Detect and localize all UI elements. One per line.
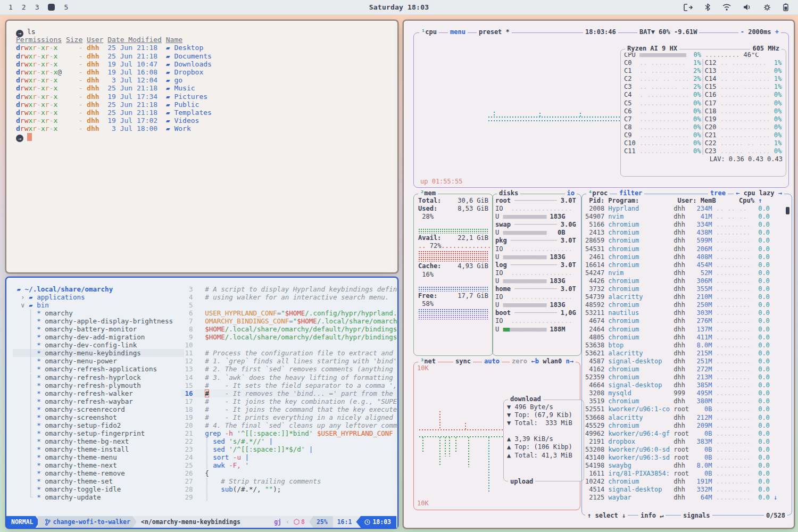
mem-used: Used:8,53 GiB	[418, 205, 488, 213]
tree-item[interactable]: │ * omarchy-toggle-idle	[13, 485, 184, 493]
tree-item[interactable]: │ * omarchy-dev-config-link	[13, 341, 184, 349]
volume-icon[interactable]	[743, 4, 751, 11]
terminal-prompt-line-2[interactable]: →	[16, 133, 397, 141]
process-row[interactable]: 28659 chromium dhh 599M ......... 0.0	[585, 237, 788, 245]
process-row[interactable]: 54907 nvim dhh 41M .. .. .. 0.0	[585, 213, 788, 221]
process-row[interactable]: 4162 chromium dhh 272M ......... 0.0	[585, 365, 788, 373]
process-row[interactable]: 4426 chromium dhh 306M ......... 0.0	[585, 277, 788, 285]
process-row[interactable]: 53208 kworker/u96:0-sd root 0B .........…	[585, 446, 788, 454]
process-row[interactable]: 54247 nvim dhh 52M ......... 0.0	[585, 269, 788, 277]
tree-item[interactable]: │ * omarchy-refresh-walker	[13, 389, 184, 397]
process-row[interactable]: 3732 chromium dhh 355M ......... 0.0	[585, 285, 788, 293]
cpu-frequency: 605 MHz	[750, 45, 782, 53]
proc-info-hint[interactable]: info ↵	[638, 512, 666, 520]
tree-item[interactable]: │ * omarchy-theme-set	[13, 477, 184, 485]
code-line: 18 # - It joins the command that the key…	[181, 405, 397, 413]
process-row[interactable]: 10242 chromium dhh 191M ......... 0.0	[585, 478, 788, 486]
process-row[interactable]: 53621 alacritty dhh 215M ......... 0.0	[585, 350, 788, 358]
process-row[interactable]: 54739 alacritty dhh 210M ......... 0.0	[585, 293, 788, 301]
process-row[interactable]: 16614 chromium dhh 454M ......... 0.0	[585, 261, 788, 269]
process-row[interactable]: 52359 chromium dhh 213M ......... 0.0	[585, 373, 788, 381]
menu-button[interactable]: menu	[448, 28, 468, 36]
net-upload-spike	[445, 437, 446, 456]
tab-cpu[interactable]: ¹cpu	[419, 28, 439, 36]
tree-item[interactable]: │ * omarchy-refresh-waybar	[13, 397, 184, 405]
terminal-window[interactable]: →ls Permissions Size User Date Modified …	[5, 20, 398, 273]
process-row[interactable]: 3519 chromium dhh 380M ......... 0.0	[585, 397, 788, 405]
net-upload-spike	[422, 437, 423, 452]
tree-item[interactable]: │ * omarchy-menu-keybindings	[13, 349, 184, 357]
tree-item[interactable]: │ * omarchy-refresh-applications	[13, 365, 184, 373]
process-row[interactable]: 45529 chromium dhh 209M ......... 0.0	[585, 422, 788, 430]
process-row[interactable]: 43140 kworker/u96:3-sd root 0B .........…	[585, 454, 788, 462]
btop-window[interactable]: ¹cpu menu preset * 18:03:46 BAT▼ 60% -9.…	[403, 20, 795, 529]
process-row[interactable]: 48592 chromium dhh 250M ......... 0.0	[585, 301, 788, 309]
col-user: User	[87, 36, 103, 44]
tree-item[interactable]: │ * omarchy-theme-next	[13, 461, 184, 469]
bluetooth-icon[interactable]	[705, 3, 710, 11]
proc-select-hint[interactable]: ↑ select ↓	[585, 512, 628, 520]
tree-item[interactable]: ∨ ▰ bin	[13, 301, 184, 309]
proc-scrollbar[interactable]	[786, 207, 789, 214]
process-row[interactable]: 2461 chromium dhh 408M ......... 0.0	[585, 253, 788, 261]
tree-item[interactable]: │ * omarchy-screenrecord	[13, 405, 184, 413]
tree-item[interactable]: │ * omarchy-theme-install	[13, 445, 184, 453]
process-row[interactable]: 4674 chromium dhh 276M ......... 0.0	[585, 317, 788, 325]
cpu-graph-tick	[580, 113, 581, 117]
process-row[interactable]: 4514 signal-desktop dhh 332M ......... 0…	[585, 486, 788, 494]
update-interval[interactable]: - 2000ms +	[738, 28, 781, 36]
top-bar: 1 2 3 5 Saturday 18:03	[0, 0, 798, 15]
tree-item[interactable]: │ * omarchy-dev-add-migration	[13, 333, 184, 341]
editor-window[interactable]: ▰ ~/.local/share/omarchy › ▰ application…	[5, 277, 398, 529]
process-row[interactable]: 2464 chromium dhh 137M ......... 0.0	[585, 326, 788, 334]
process-row[interactable]: 4664 signal-desktop dhh 385M ......... 0…	[585, 381, 788, 389]
process-row[interactable]: 54198 swaybg dhh 8.0M ......... 0.0	[585, 462, 788, 470]
tree-item[interactable]: │ * omarchy-apple-display-brightness	[13, 317, 184, 325]
process-row[interactable]: 53638 btop dhh 8.0M ......... 0.0	[585, 342, 788, 350]
process-row[interactable]: 2008 Hyprland dhh 234M .. .. .. 0.0	[585, 205, 788, 213]
gear-icon[interactable]	[763, 4, 771, 11]
cpu-core-row: C4 . ........... 0%│C16 ............. 0%	[624, 91, 783, 99]
net-panel: ³net sync auto zero ←b wlan0 n→ 10K 10K …	[413, 362, 580, 510]
process-row[interactable]: 54531 chromium dhh 206M ......... 0.0	[585, 245, 788, 253]
proc-signals-hint[interactable]: signals	[681, 512, 712, 520]
process-row[interactable]: 52551 kworker/u96:1-co root 0B .........…	[585, 405, 788, 413]
tree-item[interactable]: │ * omarchy	[13, 309, 184, 317]
process-row[interactable]: 53668 alacritty dhh 212M ......... 0.0	[585, 414, 788, 422]
logout-icon[interactable]	[684, 4, 693, 11]
load-average: LAV: 0.36 0.43 0.43	[624, 155, 783, 163]
preset-button[interactable]: preset *	[477, 28, 512, 36]
net-scale-top: 10K	[417, 364, 429, 372]
wifi-icon[interactable]	[722, 4, 731, 11]
tree-item[interactable]: │ * omarchy-refresh-hyprlock	[13, 373, 184, 381]
battery-status: BAT▼ 60% -9.61W	[637, 28, 699, 36]
process-row[interactable]: 2413 chromium dhh 438M ......... 0.0	[585, 229, 788, 237]
process-row[interactable]: 4805 chromium dhh 411M ......... 0.0	[585, 334, 788, 342]
tree-item[interactable]: │ * omarchy-theme-menu	[13, 453, 184, 461]
process-row[interactable]: 5166 chromium dhh 334M ......... 0.0	[585, 221, 788, 229]
process-row[interactable]: 2125 waybar dhh 64M ......... 0.0 ↓	[585, 494, 788, 502]
process-row[interactable]: 3208 mysqld 999 495M ......... 0.0	[585, 389, 788, 397]
process-row[interactable]: 1611 irq/81-PIXA3854: root 0B ......... …	[585, 470, 788, 478]
process-row[interactable]: 49962 kworker/u96:4-gf root 0B .........…	[585, 430, 788, 438]
tree-item[interactable]: │ * omarchy-setup-fido2	[13, 421, 184, 429]
code-pane[interactable]: 3 # A script to display Hyprland keybind…	[178, 278, 397, 515]
tree-item[interactable]: ▰ ~/.local/share/omarchy	[13, 285, 184, 293]
tree-item[interactable]: │ * omarchy-screenshot	[13, 413, 184, 421]
tree-item[interactable]: │ * omarchy-refresh-plymouth	[13, 381, 184, 389]
tree-item[interactable]: │ * omarchy-theme-bg-next	[13, 437, 184, 445]
tree-item[interactable]: │ * omarchy-theme-remove	[13, 469, 184, 477]
tree-item[interactable]: │ * omarchy-battery-monitor	[13, 325, 184, 333]
file-row: drwxr-xr-x - dhh 25 Jun 21:18 ▰ Desktop	[16, 44, 397, 52]
tree-item[interactable]: › ▰ applications	[13, 293, 184, 301]
process-row[interactable]: 53211 nautilus dhh 303M ......... 0.0	[585, 309, 788, 317]
file-tree-pane: ▰ ~/.local/share/omarchy › ▰ application…	[6, 278, 184, 515]
tree-item[interactable]: │ * omarchy-menu-power	[13, 357, 184, 365]
process-row[interactable]: 2191 dropbox dhh 383M ......... 0.0	[585, 438, 788, 446]
mem-free-pct: 58%	[418, 300, 488, 308]
tree-item[interactable]: │ * omarchy-setup-fingerprint	[13, 429, 184, 437]
process-row[interactable]: 4587 signal-desktop dhh 251M ......... 0…	[585, 358, 788, 365]
scroll-progress: 25%	[309, 516, 333, 528]
battery-icon[interactable]	[783, 3, 788, 11]
tree-item[interactable]: └ * omarchy-update	[13, 493, 184, 501]
